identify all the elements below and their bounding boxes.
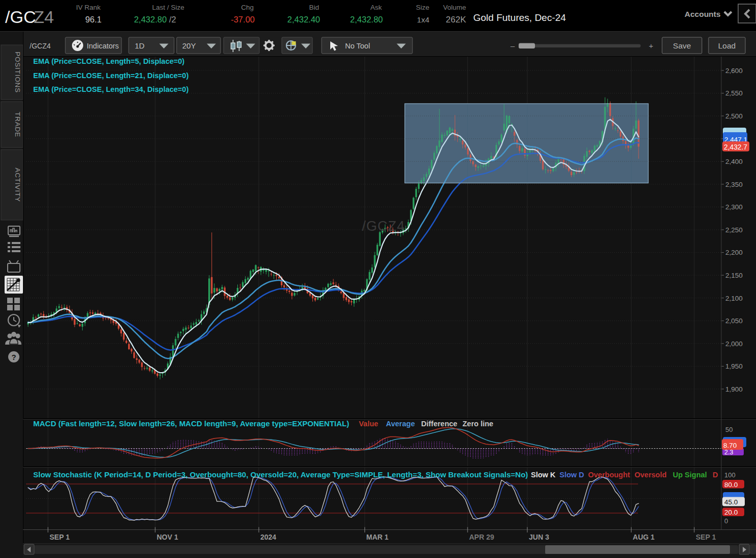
svg-text:Up Signal: Up Signal xyxy=(673,471,707,479)
svg-text:Slow Stochastic (K Period=14,: Slow Stochastic (K Period=14, D Period=3… xyxy=(33,470,528,479)
svg-text:2,250: 2,250 xyxy=(725,226,743,234)
svg-text:MACD (Fast length=12, Slow len: MACD (Fast length=12, Slow length=26, MA… xyxy=(33,419,349,428)
svg-text:50: 50 xyxy=(725,426,733,433)
svg-text:SEP 1: SEP 1 xyxy=(50,533,70,541)
svg-text:2,050: 2,050 xyxy=(725,317,743,325)
svg-text:8.70: 8.70 xyxy=(723,442,737,449)
svg-text:Difference: Difference xyxy=(421,420,457,428)
svg-text:APR 29: APR 29 xyxy=(469,533,494,541)
svg-text:EMA (Price=CLOSE, Length=34, D: EMA (Price=CLOSE, Length=34, Displace=0) xyxy=(33,85,189,93)
svg-text:2,350: 2,350 xyxy=(725,181,743,188)
svg-text:MAR 1: MAR 1 xyxy=(367,533,389,541)
svg-text:EMA (Price=CLOSE, Length=5, Di: EMA (Price=CLOSE, Length=5, Displace=0) xyxy=(33,57,185,65)
svg-text:2,200: 2,200 xyxy=(725,249,743,256)
svg-text:1x4: 1x4 xyxy=(417,15,429,24)
svg-text:No Tool: No Tool xyxy=(345,42,370,50)
svg-text:2,432.80: 2,432.80 xyxy=(350,15,383,24)
svg-text:IV Rank: IV Rank xyxy=(76,4,101,11)
svg-text:Slow K: Slow K xyxy=(531,471,556,479)
svg-text:Accounts: Accounts xyxy=(685,10,721,18)
svg-text:Ask: Ask xyxy=(370,4,382,11)
svg-text:80.0: 80.0 xyxy=(724,481,738,489)
svg-text:2,100: 2,100 xyxy=(725,295,743,302)
svg-text:NOV 1: NOV 1 xyxy=(157,533,178,541)
svg-text:20Y: 20Y xyxy=(182,41,196,50)
svg-text:2,150: 2,150 xyxy=(725,272,743,279)
svg-text:1,950: 1,950 xyxy=(725,362,743,370)
svg-text:2,300: 2,300 xyxy=(725,203,743,211)
svg-text:+: + xyxy=(649,41,653,50)
svg-text:Gold Futures, Dec-24: Gold Futures, Dec-24 xyxy=(473,12,566,23)
svg-text:JUN 3: JUN 3 xyxy=(529,533,549,541)
svg-text:2.3: 2.3 xyxy=(724,449,733,456)
svg-text:Save: Save xyxy=(673,41,691,50)
svg-text:Average: Average xyxy=(386,420,415,428)
svg-text:Value: Value xyxy=(359,420,378,428)
svg-text:0: 0 xyxy=(724,517,728,525)
svg-text:Slow D: Slow D xyxy=(559,471,584,479)
svg-text:Oversold: Oversold xyxy=(635,471,667,479)
svg-text:2,500: 2,500 xyxy=(725,112,743,120)
svg-text:EMA (Price=CLOSE, Length=21, D: EMA (Price=CLOSE, Length=21, Displace=0) xyxy=(33,71,189,80)
svg-text:2,600: 2,600 xyxy=(725,67,743,75)
svg-text:1D: 1D xyxy=(135,41,144,50)
svg-text:45.0: 45.0 xyxy=(724,498,738,506)
svg-text:–: – xyxy=(510,41,515,50)
svg-text:/GCZ4: /GCZ4 xyxy=(30,42,51,50)
svg-text:-37.00: -37.00 xyxy=(231,15,255,24)
svg-text:20.0: 20.0 xyxy=(724,508,738,516)
svg-text:Size: Size xyxy=(416,4,429,11)
svg-text:Volume: Volume xyxy=(443,4,466,11)
svg-text:Load: Load xyxy=(718,41,736,50)
svg-text:Overbought: Overbought xyxy=(588,471,630,479)
svg-text:Z4: Z4 xyxy=(34,7,54,27)
svg-text:Chg: Chg xyxy=(241,4,254,11)
svg-text:TRADE: TRADE xyxy=(14,112,21,137)
svg-text:AUG 1: AUG 1 xyxy=(633,533,655,541)
svg-text:2,400: 2,400 xyxy=(725,158,743,165)
svg-text:ACTIVITY: ACTIVITY xyxy=(14,167,21,202)
svg-text:96.1: 96.1 xyxy=(85,15,102,24)
svg-text:Zero line: Zero line xyxy=(462,420,493,428)
svg-text:2,550: 2,550 xyxy=(725,89,743,97)
svg-text:2,000: 2,000 xyxy=(725,340,743,348)
svg-text:2024: 2024 xyxy=(260,533,276,541)
svg-text:2,432.80 /2: 2,432.80 /2 xyxy=(134,15,176,24)
svg-text:Last / Size: Last / Size xyxy=(152,4,184,11)
svg-text:/GCZ4: /GCZ4 xyxy=(362,219,405,234)
svg-text:?: ? xyxy=(11,353,16,361)
svg-text:2,432.7: 2,432.7 xyxy=(724,143,747,151)
svg-text:SEP 1: SEP 1 xyxy=(696,533,716,541)
svg-text:/GC: /GC xyxy=(5,7,36,27)
svg-text:POSITIONS: POSITIONS xyxy=(14,52,21,93)
svg-text:1,900: 1,900 xyxy=(725,385,743,393)
svg-text:262K: 262K xyxy=(446,15,466,25)
svg-text:2,432.40: 2,432.40 xyxy=(287,15,320,24)
svg-text:100: 100 xyxy=(724,471,736,479)
svg-text:Indicators: Indicators xyxy=(87,42,119,50)
svg-text:D: D xyxy=(713,471,718,479)
svg-text:Bid: Bid xyxy=(309,4,319,11)
